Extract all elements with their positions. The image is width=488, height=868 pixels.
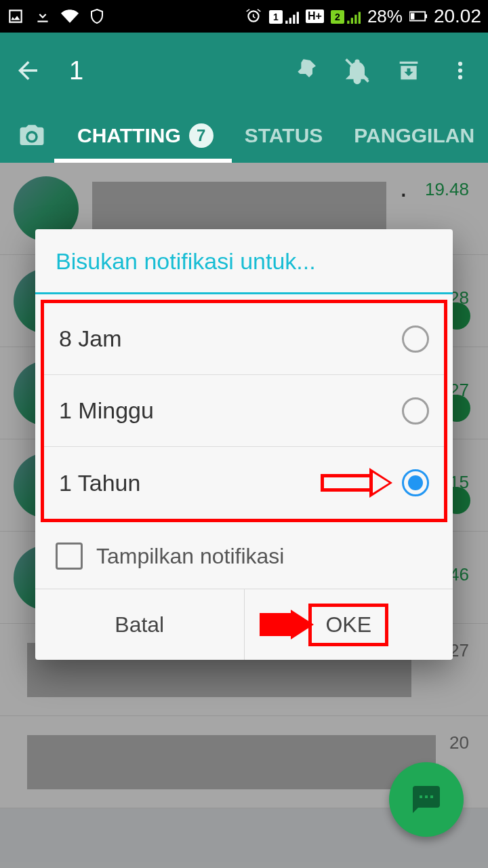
wifi-icon xyxy=(61,7,79,25)
signal-icon xyxy=(284,9,299,24)
tab-chatting[interactable]: CHATTING 7 xyxy=(72,108,219,163)
radio-unchecked-icon[interactable] xyxy=(402,326,429,353)
tab-status[interactable]: STATUS xyxy=(239,108,329,163)
back-button[interactable] xyxy=(12,55,43,86)
tab-label: CHATTING xyxy=(77,124,181,147)
show-notifications-toggle[interactable]: Tampilkan notifikasi xyxy=(35,528,453,589)
pin-button[interactable] xyxy=(290,55,321,86)
mute-button[interactable] xyxy=(342,55,373,86)
camera-tab[interactable] xyxy=(12,108,52,163)
ok-button[interactable]: OKE xyxy=(244,589,453,660)
network-badge: H+ xyxy=(306,9,324,23)
mute-dialog: Bisukan notifikasi untuk... 8 Jam 1 Ming… xyxy=(35,229,453,660)
clock: 20.02 xyxy=(434,5,481,27)
annotation-arrow xyxy=(321,468,392,498)
status-bar: 1 H+ 2 28% 20.02 xyxy=(0,0,488,33)
radio-checked-icon[interactable] xyxy=(402,469,429,496)
checkbox-label: Tampilkan notifikasi xyxy=(96,544,284,569)
tab-label: PANGGILAN xyxy=(354,124,474,147)
tab-panggilan[interactable]: PANGGILAN xyxy=(348,108,480,163)
button-label: Batal xyxy=(115,612,164,637)
sim1-badge: 1 xyxy=(269,10,283,24)
archive-button[interactable] xyxy=(393,55,424,86)
option-1minggu[interactable]: 1 Minggu xyxy=(44,375,444,447)
overflow-menu[interactable] xyxy=(445,55,476,86)
svg-rect-2 xyxy=(425,14,427,18)
annotation-arrow xyxy=(260,610,314,639)
svg-rect-1 xyxy=(411,13,415,19)
cancel-button[interactable]: Batal xyxy=(35,589,244,660)
option-8jam[interactable]: 8 Jam xyxy=(44,303,444,375)
message-icon xyxy=(410,783,443,816)
unread-badge: 7 xyxy=(189,123,214,148)
battery-icon xyxy=(409,7,427,25)
ok-highlight: OKE xyxy=(308,604,388,646)
selection-count: 1 xyxy=(69,56,83,85)
option-label: 1 Minggu xyxy=(59,397,154,424)
picture-icon xyxy=(7,7,24,25)
signal-icon xyxy=(346,9,361,24)
battery-percent: 28% xyxy=(367,6,403,27)
svg-point-3 xyxy=(458,62,462,66)
option-label: 8 Jam xyxy=(59,326,122,352)
tab-label: STATUS xyxy=(245,124,323,147)
svg-point-5 xyxy=(458,75,462,79)
app-header: 1 CHATTING 7 STATUS PANGGILAN xyxy=(0,33,488,163)
radio-unchecked-icon[interactable] xyxy=(402,397,429,425)
option-label: 1 Tahun xyxy=(59,470,140,496)
alarm-icon xyxy=(245,7,262,25)
checkbox-unchecked-icon[interactable] xyxy=(56,542,83,570)
shield-icon xyxy=(88,7,106,25)
tab-bar: CHATTING 7 STATUS PANGGILAN xyxy=(0,108,488,163)
dialog-title: Bisukan notifikasi untuk... xyxy=(35,229,453,294)
svg-point-4 xyxy=(458,68,462,73)
button-label: OKE xyxy=(325,612,371,637)
mute-options-highlight: 8 Jam 1 Minggu 1 Tahun xyxy=(41,300,447,522)
option-1tahun[interactable]: 1 Tahun xyxy=(44,447,444,519)
sim2-badge: 2 xyxy=(331,10,344,24)
new-chat-fab[interactable] xyxy=(389,762,464,837)
download-icon xyxy=(34,7,52,25)
